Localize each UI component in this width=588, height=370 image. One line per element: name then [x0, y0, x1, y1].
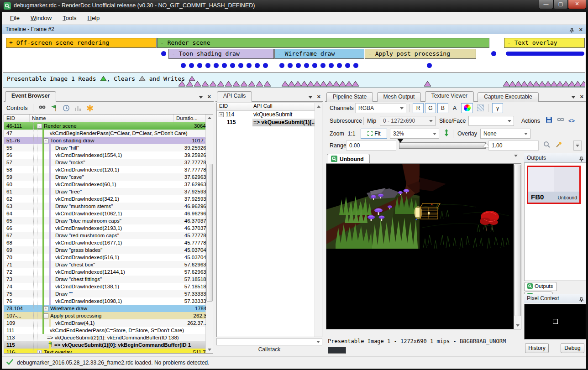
channels-dropdown[interactable]: RGBA	[355, 103, 406, 113]
table-row[interactable]: 68vkCmdDrawIndexed(1677,1)45.77778	[4, 239, 206, 246]
table-row[interactable]: 115=> vkQueueSubmit(1)[0]: vkBeginComman…	[4, 341, 206, 349]
table-row[interactable]: 58vkCmdDrawIndexed(120,1)37.77778	[4, 166, 206, 173]
pixel-context-header[interactable]: Pixel Context	[524, 294, 586, 303]
callstack-box[interactable]	[216, 338, 322, 345]
table-row[interactable]: 75Draw ""57.33333	[4, 290, 206, 297]
table-row[interactable]: 76vkCmdDrawIndexed(1098,1)57.33333	[4, 297, 206, 305]
timeline-event-dot[interactable]	[288, 63, 293, 68]
pin-icon[interactable]	[579, 296, 584, 305]
tab-capture-executable[interactable]: Capture Executable	[478, 92, 538, 102]
save-icon[interactable]	[543, 116, 554, 126]
flag-icon[interactable]	[50, 104, 59, 113]
menu-item-window[interactable]: Window	[25, 13, 57, 23]
timeline-marker-bar[interactable]: - Wireframe draw	[274, 49, 364, 59]
write-marker-triangle[interactable]	[232, 80, 240, 86]
menu-item-file[interactable]: File	[5, 13, 25, 23]
table-row[interactable]: 72vkCmdDrawIndexed(12144,1)57.62963	[4, 268, 206, 276]
slice-face-dropdown[interactable]	[468, 116, 514, 126]
table-row[interactable]: 47vkCmdBeginRenderPass(C=Clear, D=Clear,…	[4, 130, 206, 137]
pixel-context-view[interactable]	[524, 304, 586, 339]
collapse-toolbar-button[interactable]	[573, 141, 582, 151]
table-row[interactable]: 67Draw "red mushroom caps"45.77778	[4, 232, 206, 239]
stats-icon[interactable]	[74, 104, 83, 113]
timeline-event-dot[interactable]	[238, 63, 243, 68]
timeline-event-dot[interactable]	[279, 63, 284, 68]
timeline-event-dot[interactable]	[214, 63, 219, 68]
table-row[interactable]: 71Draw "chest box"57.62963	[4, 261, 206, 268]
channel-green-button[interactable]: G	[425, 103, 436, 113]
table-row[interactable]: 62vkCmdDrawIndexed(342,1)37.92593	[4, 195, 206, 203]
tab-pipeline-state[interactable]: Pipeline State	[326, 92, 373, 102]
table-row[interactable]: 59Draw "cave"37.62963	[4, 173, 206, 181]
zoom-dropdown[interactable]: 32%	[390, 129, 439, 139]
autofit-wand-icon[interactable]	[553, 141, 564, 151]
debug-button[interactable]: Debug	[561, 343, 584, 353]
timeline-event-dot[interactable]	[491, 51, 496, 56]
overlay-dropdown[interactable]: None	[480, 129, 530, 139]
write-marker-triangle[interactable]	[201, 80, 209, 86]
timeline-event-dot[interactable]	[353, 63, 358, 68]
timeline-marker-bar[interactable]: - Apply post processing	[365, 49, 476, 59]
table-row[interactable]: 46-111-Render scene3064.7...	[4, 122, 206, 130]
range-max-field[interactable]: 1.00	[488, 141, 539, 151]
table-row[interactable]: 57Draw "rocks"37.77778	[4, 159, 206, 166]
timeline-event-dot[interactable]	[181, 63, 186, 68]
timeline-event-dot[interactable]	[222, 63, 227, 68]
collapse-icon[interactable]: -	[43, 138, 48, 143]
collapse-icon[interactable]: -	[43, 313, 48, 318]
menu-item-tools[interactable]: Tools	[57, 13, 82, 23]
table-row[interactable]: 56vkCmdDrawIndexed(1554,1)39.25926	[4, 151, 206, 159]
close-button[interactable]: ✕	[568, 0, 586, 9]
tab-outputs[interactable]: Outputs	[524, 282, 557, 291]
chevron-down-icon[interactable]	[309, 96, 312, 99]
zoom-range-icon[interactable]	[541, 141, 552, 151]
timeline-event-dot[interactable]	[337, 63, 342, 68]
close-icon[interactable]: ×	[580, 93, 583, 100]
write-marker-triangle[interactable]	[209, 80, 217, 86]
table-row[interactable]: 113=> vkQueueSubmit(2)[1]: vkEndCommandB…	[4, 334, 206, 341]
find-icon[interactable]	[38, 104, 47, 113]
zoom-1-1-button[interactable]: 1:1	[345, 129, 358, 139]
timeline-marker-bar[interactable]: - Toon shading draw	[168, 49, 274, 59]
timeline-event-pill[interactable]	[506, 52, 584, 56]
write-marker-triangle[interactable]	[352, 80, 359, 86]
timeline-event-dot[interactable]	[320, 63, 326, 68]
close-icon[interactable]: ×	[207, 93, 211, 100]
table-row[interactable]: 63Draw "mushroom stems"46.96296	[4, 203, 206, 210]
table-row[interactable]: 55Draw "hill"39.25926	[4, 144, 206, 151]
timeline-dock-header[interactable]: Timeline - Frame #2 ×	[2, 25, 586, 34]
minimize-button[interactable]: —	[539, 0, 553, 9]
table-row[interactable]: 70vkCmdDrawIndexed(516,1)45.03704	[4, 254, 206, 261]
table-row[interactable]: 51-76-Toon shading draw1017.7...	[4, 137, 206, 144]
range-slider[interactable]	[399, 142, 486, 149]
flip-y-icon[interactable]	[442, 129, 451, 139]
table-row[interactable]: 61Draw "tree"37.92593	[4, 188, 206, 195]
timeline-event-dot[interactable]	[345, 63, 350, 68]
write-marker-triangle[interactable]	[225, 80, 232, 86]
history-button[interactable]: History	[525, 343, 549, 353]
timeline-marker-bar[interactable]: + Off-screen scene rendering	[6, 38, 157, 48]
table-row[interactable]: 109vkCmdDraw(4,1)262.37...	[4, 319, 206, 327]
maximize-button[interactable]: ▢	[553, 0, 568, 9]
timeline-event-dot[interactable]	[230, 63, 235, 68]
viewport-vscrollbar[interactable]	[514, 164, 521, 329]
close-icon[interactable]: ×	[317, 93, 320, 100]
clock-icon[interactable]	[62, 104, 71, 113]
timeline-marker-bar[interactable]: - Text overlay	[504, 38, 585, 48]
texture-viewport[interactable]	[326, 163, 521, 329]
table-row[interactable]: 64vkCmdDrawIndexed(1062,1)46.96296	[4, 210, 206, 217]
timeline-usage-strip[interactable]: Presentable Image 1 Reads , Clears and W…	[3, 73, 585, 88]
event-browser-scrollbar[interactable]	[205, 115, 213, 353]
expand-icon[interactable]: +	[43, 306, 48, 311]
outputs-header[interactable]: Outputs	[524, 153, 586, 162]
write-marker-triangle[interactable]	[194, 80, 201, 86]
color-wheel-icon[interactable]	[461, 103, 473, 113]
range-min-field[interactable]: 0.00	[346, 141, 396, 151]
table-row[interactable]: 107-...-Apply post processing262.37...	[4, 312, 206, 319]
write-marker-triangle[interactable]	[186, 80, 194, 86]
table-row[interactable]: 116-...+Text overlay511.7037	[4, 349, 206, 353]
timeline-event-dot[interactable]	[247, 63, 252, 68]
timeline-event-dot[interactable]	[205, 63, 210, 68]
write-marker-triangle[interactable]	[178, 80, 186, 86]
close-icon[interactable]: ×	[579, 25, 583, 34]
